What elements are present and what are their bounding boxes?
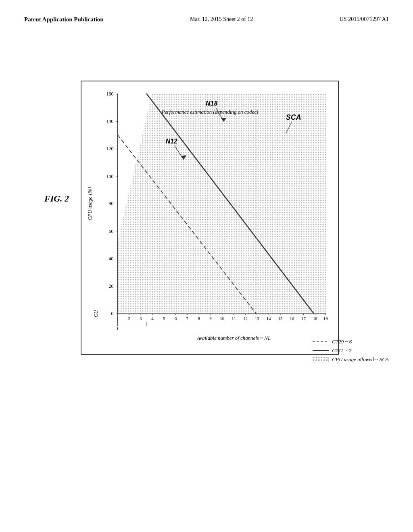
svg-text:6: 6 [175,316,177,321]
svg-text:2: 2 [128,316,130,321]
publication-title: Patent Application Publication [24,16,104,23]
figure-label: FIG. 2 [44,193,69,204]
svg-text:60: 60 [109,229,114,234]
n18-label: N18 [206,100,217,107]
publication-date-sheet: Mar. 12, 2015 Sheet 2 of 12 [190,16,253,23]
svg-text:160: 160 [106,91,114,97]
svg-text:140: 140 [106,118,114,124]
page-header: Patent Application Publication Mar. 12, … [0,0,413,31]
svg-text:I: I [117,326,119,330]
svg-text:5: 5 [163,316,165,321]
svg-text:Available number of channels ~: Available number of channels ~ NL [196,335,271,341]
legend-item-g711: G711 ~ 7 [313,347,389,354]
svg-text:3: 3 [140,316,142,321]
chart-container: 0 20 40 60 80 100 120 140 160 1 2 3 { 4 … [81,81,339,355]
svg-text:16: 16 [290,316,294,321]
svg-text:14: 14 [267,316,271,321]
svg-text:0: 0 [111,311,114,316]
svg-text:20: 20 [109,283,114,289]
svg-text:4: 4 [151,316,154,321]
legend-label-g711: G711 ~ 7 [332,347,351,354]
svg-text:12: 12 [243,316,248,321]
svg-text:19: 19 [323,316,328,321]
svg-text:CPU usage [%]: CPU usage [%] [87,187,93,220]
chart-title: Performance estimation (depending on cod… [161,109,258,115]
svg-text:18: 18 [313,316,317,321]
chart-legend: G729 ~ 6 G711 ~ 7 CPU usage allowed ~ SC… [313,339,389,365]
n12-label: N12 [166,138,177,145]
svg-text:7: 7 [186,316,189,321]
svg-rect-76 [313,357,329,362]
dotted-area [117,94,326,314]
svg-text:11: 11 [232,316,236,321]
svg-text:100: 100 [106,174,114,179]
legend-label-cpu-sca: CPU usage allowed ~ SCA [332,356,389,363]
svg-text:15: 15 [278,316,282,321]
chart-svg: 0 20 40 60 80 100 120 140 160 1 2 3 { 4 … [81,81,338,354]
svg-text:CU: CU [93,310,99,318]
legend-item-g729: G729 ~ 6 [313,339,389,345]
svg-text:120: 120 [106,146,114,152]
svg-text:80: 80 [109,201,114,206]
svg-text:40: 40 [109,256,114,262]
svg-text:8: 8 [198,316,200,321]
svg-text:13: 13 [255,316,259,321]
svg-text:10: 10 [220,316,224,321]
svg-text:9: 9 [209,316,212,321]
sca-label-top: SCA [286,113,301,121]
legend-label-g729: G729 ~ 6 [332,339,352,345]
svg-text:17: 17 [301,316,306,321]
svg-text:{: { [145,321,147,326]
publication-number: US 2015/0071297 A1 [340,16,389,23]
legend-item-cpu-sca: CPU usage allowed ~ SCA [313,356,389,363]
